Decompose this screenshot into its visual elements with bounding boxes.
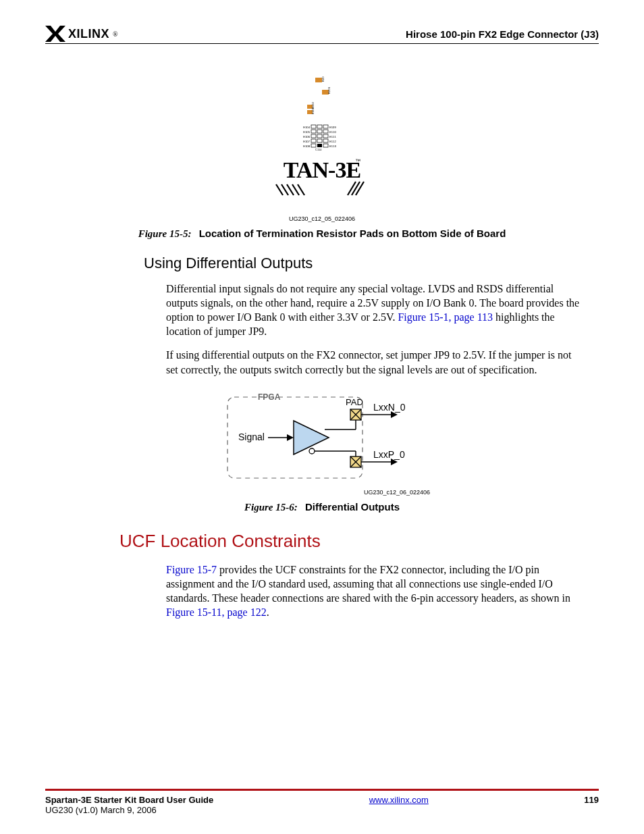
- svg-rect-9: [317, 130, 322, 133]
- para3-text-a: provides the UCF constraints for the FX2…: [166, 564, 570, 604]
- paragraph-1: Differential input signals do not requir…: [166, 282, 585, 338]
- xilinx-logo: XILINX ®: [45, 26, 118, 42]
- svg-rect-6: [317, 125, 322, 128]
- figure-title: Differential Outputs: [305, 501, 400, 513]
- svg-text:E113: E113: [329, 145, 336, 148]
- subhead-using-differential-outputs: Using Differential Outputs: [144, 255, 599, 272]
- figure-15-5-caption: Figure 15-5: Location of Termination Res…: [45, 228, 599, 240]
- svg-marker-0: [45, 26, 65, 42]
- svg-text:E105: E105: [303, 130, 310, 134]
- svg-rect-17: [311, 144, 316, 147]
- svg-rect-7: [323, 125, 328, 128]
- footer-center: www.xilinx.com: [213, 795, 584, 805]
- footer-doc-title: Spartan-3E Starter Kit Board User Guide: [45, 795, 213, 805]
- pad-n-icon: [350, 409, 361, 420]
- label-signal: Signal: [238, 432, 265, 442]
- link-figure-15-11[interactable]: Figure 15-11, page 122: [166, 606, 267, 618]
- link-figure-15-7[interactable]: Figure 15-7: [166, 564, 217, 575]
- svg-text:E107: E107: [303, 140, 310, 143]
- svg-rect-12: [317, 134, 322, 138]
- svg-text:R202: R202: [321, 76, 325, 82]
- page-content: XILINX ® Hirose 100-pin FX2 Edge Connect…: [0, 0, 644, 619]
- link-figure-15-1[interactable]: Figure 15-1, page 113: [398, 311, 493, 323]
- footer-page-number: 119: [584, 795, 599, 805]
- label-fpga: FPGA: [258, 392, 281, 402]
- page-footer: Spartan-3E Starter Kit Board User Guide …: [45, 789, 599, 815]
- figure-number: Figure 15-5:: [138, 228, 192, 239]
- svg-text:™: ™: [355, 158, 360, 164]
- svg-rect-11: [311, 134, 316, 138]
- label-lxxp: LxxP_0: [373, 449, 405, 460]
- svg-line-42: [348, 182, 356, 195]
- svg-rect-14: [311, 139, 316, 142]
- svg-rect-10: [323, 130, 328, 133]
- svg-text:E110: E110: [329, 130, 336, 134]
- svg-marker-47: [287, 434, 294, 441]
- svg-text:E103: E103: [311, 107, 315, 114]
- svg-text:E108: E108: [303, 145, 310, 148]
- section-ucf-location-constraints: UCF Location Constraints: [119, 531, 599, 552]
- svg-rect-18: [323, 144, 328, 147]
- figure-15-6: FPGA Signal: [45, 390, 599, 496]
- svg-rect-19: [317, 144, 322, 147]
- header-section-title: Hirose 100-pin FX2 Edge Connector (J3): [406, 28, 599, 40]
- svg-text:R203: R203: [327, 86, 331, 94]
- svg-line-43: [352, 182, 360, 195]
- xilinx-x-icon: [45, 26, 65, 42]
- brand-name: XILINX: [68, 27, 109, 41]
- svg-text:C114: C114: [315, 148, 322, 151]
- svg-point-49: [309, 448, 315, 454]
- pad-p-icon: [350, 457, 361, 467]
- footer-doc-version: UG230 (v1.0) March 9, 2006: [45, 805, 213, 815]
- svg-rect-15: [317, 139, 322, 142]
- figure-15-6-caption: Figure 15-6: Differential Outputs: [45, 501, 599, 513]
- svg-text:E109: E109: [329, 126, 336, 129]
- svg-rect-13: [323, 134, 328, 138]
- label-pad: PAD: [346, 397, 363, 407]
- svg-text:E111: E111: [329, 135, 336, 138]
- svg-text:E106: E106: [303, 135, 310, 138]
- svg-rect-16: [323, 139, 328, 142]
- footer-url-link[interactable]: www.xilinx.com: [369, 795, 429, 805]
- footer-left: Spartan-3E Starter Kit Board User Guide …: [45, 795, 213, 815]
- para3-text-b: .: [267, 606, 269, 618]
- svg-rect-5: [311, 125, 316, 128]
- board-silkscreen-icon: E104 E105 E106 E107 E108 E109 E110 E111 …: [275, 76, 369, 211]
- figure-title: Location of Termination Resistor Pads on…: [199, 228, 506, 239]
- paragraph-3: Figure 15-7 provides the UCF constraints…: [166, 563, 585, 619]
- page-header: XILINX ® Hirose 100-pin FX2 Edge Connect…: [45, 26, 599, 44]
- registered-mark: ®: [113, 30, 118, 38]
- figure-15-6-id: UG230_c12_06_022406: [214, 489, 430, 496]
- figure-number: Figure 15-6:: [244, 502, 298, 513]
- svg-text:E112: E112: [329, 140, 336, 143]
- paragraph-2: If using differential outputs on the FX2…: [166, 348, 585, 376]
- label-lxxn: LxxN_0: [373, 402, 406, 413]
- svg-text:TAN-3E: TAN-3E: [284, 157, 360, 182]
- svg-line-44: [356, 182, 364, 195]
- svg-text:E104: E104: [303, 126, 310, 129]
- figure-15-5-id: UG230_c12_05_022406: [45, 215, 599, 222]
- svg-rect-8: [311, 130, 316, 133]
- figure-15-5: E104 E105 E106 E107 E108 E109 E110 E111 …: [45, 76, 599, 222]
- differential-outputs-diagram: FPGA Signal: [214, 390, 430, 485]
